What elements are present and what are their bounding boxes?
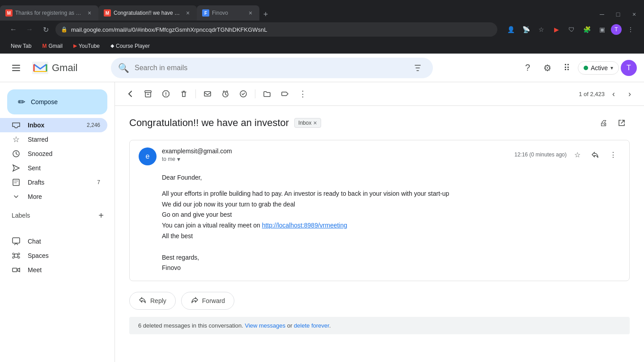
- email-timestamp: 12:16 (0 minutes ago): [514, 152, 567, 158]
- profile-avatar[interactable]: T: [611, 24, 622, 35]
- tab-favicon-1: M: [5, 9, 13, 17]
- help-button[interactable]: ?: [519, 59, 537, 77]
- tab-close-3[interactable]: ×: [247, 9, 254, 17]
- new-tab-button[interactable]: +: [259, 8, 272, 21]
- more-message-options-button[interactable]: ⋮: [606, 147, 620, 162]
- email-header-actions: 🖨: [596, 115, 630, 131]
- body-signature: Finovo: [162, 263, 620, 274]
- report-spam-button[interactable]: [158, 86, 174, 102]
- delete-forever-link[interactable]: delete forever: [294, 322, 329, 329]
- archive-button[interactable]: [140, 86, 156, 102]
- forward-button[interactable]: Forward: [181, 292, 234, 310]
- snooze-button[interactable]: [217, 86, 233, 102]
- compose-button[interactable]: ✏ Compose: [7, 89, 107, 114]
- reload-button[interactable]: ↻: [39, 23, 52, 36]
- bookmark-courseplayer[interactable]: ◆ Course Player: [107, 42, 153, 50]
- search-input[interactable]: [135, 64, 404, 72]
- search-filter-button[interactable]: [410, 60, 426, 76]
- labels-add-icon[interactable]: +: [95, 209, 107, 222]
- view-messages-link[interactable]: View messages: [245, 322, 285, 329]
- bookmark-courseplayer-label: Course Player: [116, 43, 150, 49]
- sidebar-toggle-icon[interactable]: ▣: [596, 23, 608, 36]
- more-actions-button[interactable]: ⋮: [295, 86, 311, 102]
- mark-unread-button[interactable]: [199, 86, 216, 102]
- meet-icon: [12, 265, 21, 274]
- svg-point-10: [13, 257, 14, 258]
- sidebar-item-spaces[interactable]: Spaces: [12, 248, 100, 263]
- bookmark-star-icon[interactable]: ☆: [535, 23, 547, 36]
- gmail-body: ✏ Compose Inbox 2,246 ☆ Starred: [0, 82, 644, 362]
- email-content: ⋮ 1 of 2,423 ‹ › Congratulation!! we hav…: [114, 82, 644, 362]
- cast-icon[interactable]: 📡: [520, 23, 532, 36]
- thread-meta: examplemsit@gmail.com to me ▾: [162, 147, 514, 163]
- search-icon[interactable]: 🔍: [118, 63, 129, 73]
- gmail-logo[interactable]: Gmail: [32, 62, 104, 74]
- open-in-new-button[interactable]: [614, 115, 630, 131]
- deleted-messages-banner: 6 deleted messages in this conversation.…: [129, 317, 630, 334]
- hamburger-menu-button[interactable]: [7, 59, 25, 77]
- sent-icon: [12, 164, 21, 172]
- move-to-button[interactable]: [259, 86, 275, 102]
- sent-label: Sent: [28, 164, 100, 172]
- browser-tab-1[interactable]: M Thanks for registering as an Inve... ×: [0, 5, 98, 21]
- user-avatar-button[interactable]: T: [621, 60, 637, 76]
- thread-to-row[interactable]: to me ▾: [162, 156, 514, 163]
- youtube-ext-icon[interactable]: ▶: [550, 23, 563, 36]
- labels-header[interactable]: Labels +: [0, 207, 114, 223]
- sidebar-item-snoozed[interactable]: Snoozed: [0, 147, 107, 161]
- email-body: Dear Founder, All your efforts in profil…: [139, 173, 620, 274]
- extensions-icon[interactable]: 🧩: [580, 23, 593, 36]
- body-line-6: All the best: [162, 231, 620, 242]
- svg-rect-13: [145, 91, 151, 93]
- bookmark-newtab[interactable]: New Tab: [7, 42, 35, 50]
- active-status-button[interactable]: Active ▾: [578, 61, 619, 75]
- pagination-prev-button[interactable]: ‹: [606, 87, 621, 101]
- inbox-count: 2,246: [87, 122, 100, 128]
- sidebar-item-chat[interactable]: Chat: [12, 234, 100, 248]
- tab-close-2[interactable]: ×: [184, 9, 191, 17]
- svg-point-8: [13, 253, 14, 255]
- menu-dots-icon[interactable]: ⋮: [624, 23, 637, 36]
- delete-button[interactable]: [176, 86, 192, 102]
- chat-label: Chat: [28, 238, 41, 245]
- add-task-button[interactable]: [235, 86, 251, 102]
- star-button[interactable]: ☆: [570, 147, 585, 162]
- svg-rect-5: [13, 179, 19, 185]
- sidebar-item-sent[interactable]: Sent: [0, 161, 107, 175]
- reply-button[interactable]: Reply: [129, 292, 176, 310]
- label-button[interactable]: [277, 86, 293, 102]
- forward-button[interactable]: →: [23, 23, 36, 36]
- bookmark-gmail[interactable]: M Gmail: [38, 42, 66, 50]
- settings-button[interactable]: ⚙: [538, 59, 556, 77]
- sidebar-item-starred[interactable]: ☆ Starred: [0, 132, 107, 147]
- print-button[interactable]: 🖨: [596, 115, 612, 131]
- back-button[interactable]: ←: [7, 23, 20, 36]
- sidebar-item-more[interactable]: More: [0, 189, 107, 204]
- reply-inline-button[interactable]: [588, 147, 602, 162]
- bookmark-youtube[interactable]: ▶ YouTube: [70, 42, 103, 50]
- email-toolbar: ⋮ 1 of 2,423 ‹ ›: [115, 82, 644, 106]
- sidebar-item-drafts[interactable]: Drafts 7: [0, 175, 107, 189]
- tab-close-1[interactable]: ×: [86, 9, 93, 17]
- compose-label: Compose: [31, 98, 58, 105]
- url-bar[interactable]: 🔒 mail.google.com/mail/u/0/#inbox/FMfcgz…: [55, 22, 497, 37]
- browser-tab-2[interactable]: M Congratulation!! we have an inve... ×: [98, 5, 197, 21]
- maximize-button[interactable]: □: [612, 8, 624, 21]
- shield-icon[interactable]: 🛡: [565, 23, 578, 36]
- spaces-label: Spaces: [28, 252, 49, 259]
- minimize-button[interactable]: ─: [596, 8, 608, 21]
- reply-forward-section: Reply Forward: [129, 292, 630, 310]
- browser-tab-3[interactable]: F Finovo ×: [197, 5, 259, 21]
- spaces-icon: [12, 251, 21, 260]
- profile-icon[interactable]: 👤: [504, 23, 517, 36]
- pagination-next-button[interactable]: ›: [623, 87, 637, 101]
- meeting-link[interactable]: http://localhost:8989/vrmeeting: [262, 222, 347, 229]
- sidebar-item-inbox[interactable]: Inbox 2,246: [0, 118, 107, 132]
- close-button[interactable]: ×: [628, 8, 640, 21]
- sidebar-item-meet[interactable]: Meet: [12, 263, 100, 277]
- inbox-badge-close-button[interactable]: ×: [313, 119, 317, 126]
- apps-button[interactable]: ⠿: [558, 59, 576, 77]
- bookmark-gmail-label: Gmail: [48, 43, 62, 49]
- svg-point-7: [14, 254, 18, 257]
- back-to-inbox-button[interactable]: [122, 86, 138, 102]
